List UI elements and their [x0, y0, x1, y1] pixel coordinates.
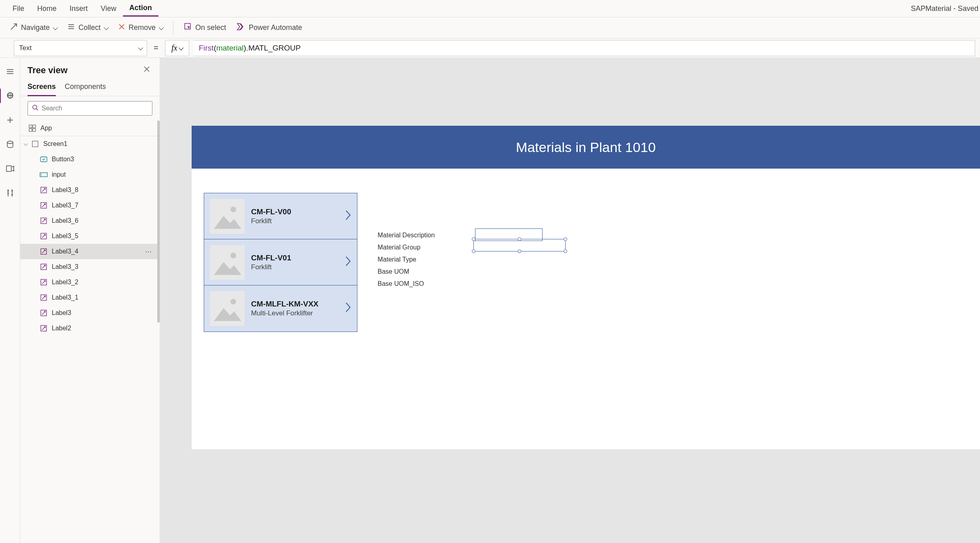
tree-node-label: Label2 [52, 325, 71, 332]
more-icon[interactable]: ⋯ [145, 248, 152, 256]
tab-screens[interactable]: Screens [27, 82, 56, 96]
gallery-item[interactable]: CM-FL-V00Forklift [204, 193, 357, 239]
search-field[interactable] [42, 105, 148, 112]
gallery[interactable]: CM-FL-V00ForkliftCM-FL-V01ForkliftCM-MLF… [204, 193, 357, 332]
property-value: Text [19, 44, 32, 52]
detail-label: Base UOM [378, 268, 435, 280]
gallery-item[interactable]: CM-FL-V01Forklift [204, 239, 357, 285]
gallery-subtitle: Forklift [251, 217, 338, 225]
on-select-button[interactable]: On select [184, 23, 226, 33]
formula-input[interactable]: First(material).MATL_GROUP [193, 40, 975, 56]
selection-outline[interactable] [473, 239, 566, 251]
collect-button[interactable]: Collect [67, 23, 108, 33]
tree-tabs: Screens Components [20, 79, 160, 96]
svg-rect-4 [29, 125, 32, 128]
tree-title: Tree view [27, 65, 68, 76]
app-screen: Materials in Plant 1010 CM-FL-V00Forklif… [192, 126, 980, 449]
canvas[interactable]: Materials in Plant 1010 CM-FL-V00Forklif… [160, 58, 980, 543]
tree-node-label: Label3_2 [52, 279, 78, 286]
divider [173, 21, 173, 34]
flow-icon [237, 23, 245, 33]
app-icon [28, 124, 36, 132]
menu-home[interactable]: Home [31, 1, 63, 16]
image-placeholder-icon [210, 245, 245, 280]
remove-button[interactable]: Remove [118, 23, 163, 32]
detail-label: Base UOM_ISO [378, 280, 435, 292]
tree-node-label2[interactable]: Label2⋯ [20, 321, 160, 336]
chevron-down-icon [159, 23, 163, 32]
tree-view-panel: Tree view Screens Components App [20, 58, 160, 543]
remove-label: Remove [129, 23, 156, 32]
tree-node-label3[interactable]: Label3⋯ [20, 305, 160, 321]
app-label: App [40, 125, 52, 132]
label-icon [40, 309, 48, 317]
formula-bar: Text = fx First(material).MATL_GROUP [0, 38, 980, 58]
screen-icon [31, 140, 39, 148]
insert-icon[interactable] [5, 115, 15, 125]
svg-rect-8 [32, 141, 38, 147]
fx-label: fx [171, 43, 177, 53]
tools-icon[interactable] [5, 188, 15, 198]
tree-node-input[interactable]: input⋯ [20, 167, 160, 182]
main-area: Tree view Screens Components App [0, 58, 980, 543]
gallery-title: CM-FL-V00 [251, 207, 338, 216]
property-selector[interactable]: Text [14, 40, 147, 56]
gallery-item[interactable]: CM-MLFL-KM-VXXMulti-Level Forklifter [204, 285, 357, 332]
data-icon[interactable] [5, 139, 15, 149]
button-icon [40, 155, 48, 163]
tree-view-icon[interactable] [5, 91, 15, 101]
menu-view[interactable]: View [94, 1, 123, 16]
tree-node-label3_3[interactable]: Label3_3⋯ [20, 259, 160, 275]
chevron-down-icon [179, 44, 182, 52]
power-automate-label: Power Automate [249, 23, 302, 32]
tree-node-label3_5[interactable]: Label3_5⋯ [20, 228, 160, 244]
svg-point-26 [230, 253, 236, 258]
image-placeholder-icon [210, 291, 245, 326]
scrollbar[interactable] [157, 120, 160, 323]
tree-node-button3[interactable]: Button3⋯ [20, 152, 160, 167]
menu-insert[interactable]: Insert [63, 1, 94, 16]
close-icon[interactable] [141, 63, 152, 77]
chevron-right-icon[interactable] [345, 256, 351, 269]
chevron-right-icon[interactable] [345, 302, 351, 315]
menu-action[interactable]: Action [123, 0, 158, 17]
tree-header: Tree view [20, 58, 160, 79]
detail-panel: Material DescriptionMaterial GroupMateri… [378, 193, 435, 332]
media-icon[interactable] [5, 164, 15, 173]
ribbon-toolbar: Navigate Collect Remove On select Power … [0, 17, 980, 38]
label-icon [40, 247, 48, 256]
chevron-down-icon [104, 23, 108, 32]
tree-node-screen1[interactable]: Screen1 [20, 136, 160, 152]
tree-node-label3_8[interactable]: Label3_8⋯ [20, 182, 160, 198]
chevron-down-icon[interactable] [24, 141, 27, 147]
chevron-right-icon[interactable] [345, 209, 351, 223]
tab-components[interactable]: Components [65, 82, 106, 96]
tree-node-label: Label3_6 [52, 217, 78, 224]
chevron-down-icon [53, 23, 57, 32]
tree-node-label3_7[interactable]: Label3_7⋯ [20, 198, 160, 213]
detail-label: Material Group [378, 244, 435, 256]
label-icon [40, 278, 48, 286]
search-input[interactable] [27, 101, 152, 116]
tree-node-label: Button3 [52, 156, 74, 163]
gallery-title: CM-MLFL-KM-VXX [251, 300, 338, 308]
image-placeholder-icon [210, 199, 245, 234]
navigate-arrow-icon [10, 23, 18, 33]
fx-button[interactable]: fx [165, 40, 189, 56]
menu-file[interactable]: File [6, 1, 31, 16]
detail-label: Material Description [378, 232, 435, 244]
left-nav-rail [0, 58, 20, 543]
navigate-button[interactable]: Navigate [10, 23, 57, 33]
hamburger-icon[interactable] [5, 67, 15, 76]
svg-point-1 [7, 141, 13, 144]
tree-node-label3_1[interactable]: Label3_1⋯ [20, 290, 160, 305]
tree-node-app[interactable]: App [20, 120, 160, 136]
tree-node-label3_6[interactable]: Label3_6⋯ [20, 213, 160, 228]
tree-node-label3_2[interactable]: Label3_2⋯ [20, 275, 160, 290]
tree-node-label: Label3_1 [52, 294, 78, 301]
tree-node-label3_4[interactable]: Label3_4⋯ [20, 244, 160, 259]
power-automate-button[interactable]: Power Automate [237, 23, 302, 33]
x-icon [118, 23, 125, 32]
document-title: SAPMaterial - Saved [911, 4, 980, 13]
label-icon [40, 186, 48, 194]
